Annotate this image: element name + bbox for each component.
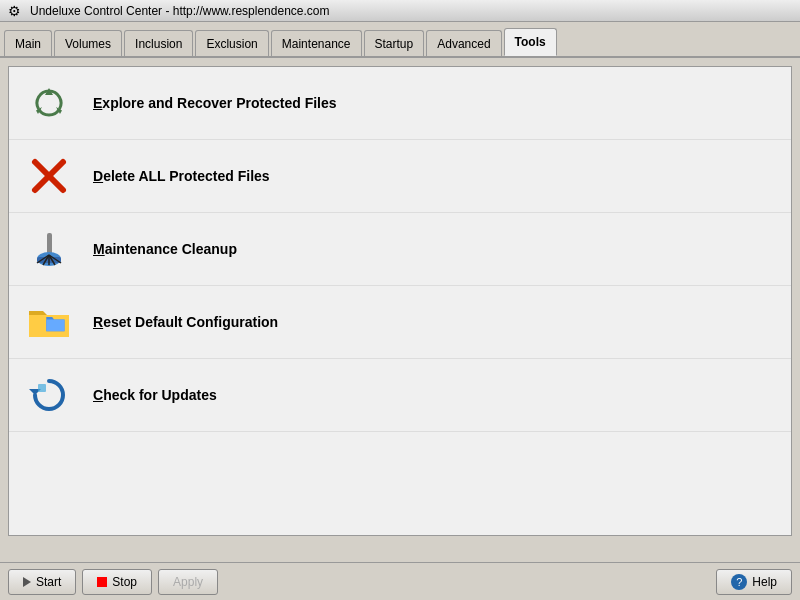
- tool-item-maintenance-cleanup[interactable]: Maintenance Cleanup: [9, 213, 791, 286]
- title-bar-text: Undeluxe Control Center - http://www.res…: [30, 4, 329, 18]
- title-bar: ⚙ Undeluxe Control Center - http://www.r…: [0, 0, 800, 22]
- tool-label-maintenance-cleanup: Maintenance Cleanup: [93, 241, 237, 257]
- tools-panel: Explore and Recover Protected Files Dele…: [8, 66, 792, 536]
- broom-icon: [25, 225, 73, 273]
- tab-maintenance[interactable]: Maintenance: [271, 30, 362, 56]
- help-label: Help: [752, 575, 777, 589]
- svg-rect-11: [38, 384, 46, 392]
- tab-startup[interactable]: Startup: [364, 30, 425, 56]
- tool-label-delete-all: Delete ALL Protected Files: [93, 168, 270, 184]
- x-icon: [25, 152, 73, 200]
- tool-item-reset-config[interactable]: Reset Default Configuration: [9, 286, 791, 359]
- stop-icon: [97, 577, 107, 587]
- recycle-icon: [25, 79, 73, 127]
- tab-main[interactable]: Main: [4, 30, 52, 56]
- refresh-icon: [25, 371, 73, 419]
- start-label: Start: [36, 575, 61, 589]
- tab-tools[interactable]: Tools: [504, 28, 557, 56]
- tool-label-reset-config: Reset Default Configuration: [93, 314, 278, 330]
- tab-volumes[interactable]: Volumes: [54, 30, 122, 56]
- tab-exclusion[interactable]: Exclusion: [195, 30, 268, 56]
- apply-label: Apply: [173, 575, 203, 589]
- tab-bar: MainVolumesInclusionExclusionMaintenance…: [0, 22, 800, 58]
- app-icon: ⚙: [8, 3, 24, 19]
- tab-inclusion[interactable]: Inclusion: [124, 30, 193, 56]
- svg-rect-2: [47, 233, 52, 255]
- start-button[interactable]: Start: [8, 569, 76, 595]
- play-icon: [23, 577, 31, 587]
- tool-item-check-updates[interactable]: Check for Updates: [9, 359, 791, 432]
- help-icon: ?: [731, 574, 747, 590]
- tool-label-explore-recover: Explore and Recover Protected Files: [93, 95, 337, 111]
- stop-label: Stop: [112, 575, 137, 589]
- folder-icon: [25, 298, 73, 346]
- stop-button[interactable]: Stop: [82, 569, 152, 595]
- tab-advanced[interactable]: Advanced: [426, 30, 501, 56]
- tool-item-explore-recover[interactable]: Explore and Recover Protected Files: [9, 67, 791, 140]
- tool-label-check-updates: Check for Updates: [93, 387, 217, 403]
- bottom-bar: Start Stop Apply ? Help: [0, 562, 800, 600]
- tool-item-delete-all[interactable]: Delete ALL Protected Files: [9, 140, 791, 213]
- apply-button[interactable]: Apply: [158, 569, 218, 595]
- help-button[interactable]: ? Help: [716, 569, 792, 595]
